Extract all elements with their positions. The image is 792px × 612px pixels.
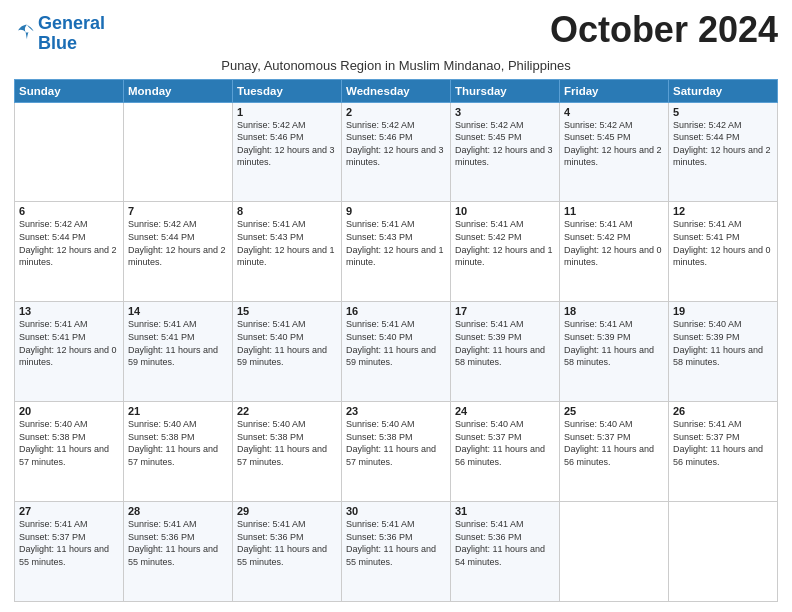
day-info: Sunrise: 5:41 AM Sunset: 5:42 PM Dayligh… [455, 218, 555, 268]
day-cell: 31Sunrise: 5:41 AM Sunset: 5:36 PM Dayli… [451, 502, 560, 602]
day-number: 8 [237, 205, 337, 217]
day-cell [15, 102, 124, 202]
day-info: Sunrise: 5:41 AM Sunset: 5:43 PM Dayligh… [237, 218, 337, 268]
day-info: Sunrise: 5:41 AM Sunset: 5:41 PM Dayligh… [128, 318, 228, 368]
day-number: 9 [346, 205, 446, 217]
day-header: Sunday [15, 79, 124, 102]
day-cell: 17Sunrise: 5:41 AM Sunset: 5:39 PM Dayli… [451, 302, 560, 402]
calendar: SundayMondayTuesdayWednesdayThursdayFrid… [14, 79, 778, 602]
day-cell: 16Sunrise: 5:41 AM Sunset: 5:40 PM Dayli… [342, 302, 451, 402]
header: General Blue October 2024 [14, 10, 778, 54]
day-number: 12 [673, 205, 773, 217]
day-info: Sunrise: 5:42 AM Sunset: 5:46 PM Dayligh… [346, 119, 446, 169]
day-info: Sunrise: 5:41 AM Sunset: 5:37 PM Dayligh… [19, 518, 119, 568]
day-number: 16 [346, 305, 446, 317]
day-number: 26 [673, 405, 773, 417]
title-section: October 2024 [550, 10, 778, 50]
day-info: Sunrise: 5:41 AM Sunset: 5:36 PM Dayligh… [455, 518, 555, 568]
day-header: Tuesday [233, 79, 342, 102]
day-number: 30 [346, 505, 446, 517]
day-cell: 11Sunrise: 5:41 AM Sunset: 5:42 PM Dayli… [560, 202, 669, 302]
day-info: Sunrise: 5:41 AM Sunset: 5:40 PM Dayligh… [237, 318, 337, 368]
day-info: Sunrise: 5:40 AM Sunset: 5:38 PM Dayligh… [346, 418, 446, 468]
day-info: Sunrise: 5:42 AM Sunset: 5:46 PM Dayligh… [237, 119, 337, 169]
day-header: Wednesday [342, 79, 451, 102]
day-cell: 14Sunrise: 5:41 AM Sunset: 5:41 PM Dayli… [124, 302, 233, 402]
day-number: 13 [19, 305, 119, 317]
day-cell [124, 102, 233, 202]
day-info: Sunrise: 5:40 AM Sunset: 5:38 PM Dayligh… [19, 418, 119, 468]
day-number: 18 [564, 305, 664, 317]
day-info: Sunrise: 5:40 AM Sunset: 5:39 PM Dayligh… [673, 318, 773, 368]
day-cell: 20Sunrise: 5:40 AM Sunset: 5:38 PM Dayli… [15, 402, 124, 502]
day-info: Sunrise: 5:40 AM Sunset: 5:38 PM Dayligh… [237, 418, 337, 468]
day-number: 20 [19, 405, 119, 417]
day-cell: 8Sunrise: 5:41 AM Sunset: 5:43 PM Daylig… [233, 202, 342, 302]
day-number: 11 [564, 205, 664, 217]
week-row: 1Sunrise: 5:42 AM Sunset: 5:46 PM Daylig… [15, 102, 778, 202]
day-number: 21 [128, 405, 228, 417]
day-header: Monday [124, 79, 233, 102]
day-cell: 10Sunrise: 5:41 AM Sunset: 5:42 PM Dayli… [451, 202, 560, 302]
day-cell: 22Sunrise: 5:40 AM Sunset: 5:38 PM Dayli… [233, 402, 342, 502]
day-cell: 15Sunrise: 5:41 AM Sunset: 5:40 PM Dayli… [233, 302, 342, 402]
day-cell: 25Sunrise: 5:40 AM Sunset: 5:37 PM Dayli… [560, 402, 669, 502]
logo-general: General [38, 13, 105, 33]
day-info: Sunrise: 5:41 AM Sunset: 5:37 PM Dayligh… [673, 418, 773, 468]
day-number: 24 [455, 405, 555, 417]
logo-blue: Blue [38, 33, 77, 53]
day-number: 19 [673, 305, 773, 317]
header-row: SundayMondayTuesdayWednesdayThursdayFrid… [15, 79, 778, 102]
day-number: 22 [237, 405, 337, 417]
day-number: 14 [128, 305, 228, 317]
day-cell [560, 502, 669, 602]
day-number: 2 [346, 106, 446, 118]
day-cell: 24Sunrise: 5:40 AM Sunset: 5:37 PM Dayli… [451, 402, 560, 502]
week-row: 13Sunrise: 5:41 AM Sunset: 5:41 PM Dayli… [15, 302, 778, 402]
day-cell: 21Sunrise: 5:40 AM Sunset: 5:38 PM Dayli… [124, 402, 233, 502]
day-number: 7 [128, 205, 228, 217]
day-cell: 9Sunrise: 5:41 AM Sunset: 5:43 PM Daylig… [342, 202, 451, 302]
page: General Blue October 2024 Punay, Autonom… [0, 0, 792, 612]
day-info: Sunrise: 5:41 AM Sunset: 5:39 PM Dayligh… [455, 318, 555, 368]
day-header: Friday [560, 79, 669, 102]
day-cell: 28Sunrise: 5:41 AM Sunset: 5:36 PM Dayli… [124, 502, 233, 602]
day-info: Sunrise: 5:41 AM Sunset: 5:43 PM Dayligh… [346, 218, 446, 268]
day-cell: 7Sunrise: 5:42 AM Sunset: 5:44 PM Daylig… [124, 202, 233, 302]
day-info: Sunrise: 5:41 AM Sunset: 5:36 PM Dayligh… [128, 518, 228, 568]
month-title: October 2024 [550, 10, 778, 50]
day-cell: 26Sunrise: 5:41 AM Sunset: 5:37 PM Dayli… [669, 402, 778, 502]
day-cell: 13Sunrise: 5:41 AM Sunset: 5:41 PM Dayli… [15, 302, 124, 402]
day-info: Sunrise: 5:41 AM Sunset: 5:42 PM Dayligh… [564, 218, 664, 268]
logo-text: General Blue [38, 14, 105, 54]
week-row: 6Sunrise: 5:42 AM Sunset: 5:44 PM Daylig… [15, 202, 778, 302]
day-cell: 5Sunrise: 5:42 AM Sunset: 5:44 PM Daylig… [669, 102, 778, 202]
day-info: Sunrise: 5:41 AM Sunset: 5:39 PM Dayligh… [564, 318, 664, 368]
day-info: Sunrise: 5:40 AM Sunset: 5:38 PM Dayligh… [128, 418, 228, 468]
day-number: 1 [237, 106, 337, 118]
day-number: 3 [455, 106, 555, 118]
day-info: Sunrise: 5:41 AM Sunset: 5:36 PM Dayligh… [346, 518, 446, 568]
day-info: Sunrise: 5:40 AM Sunset: 5:37 PM Dayligh… [564, 418, 664, 468]
logo-icon [16, 21, 38, 43]
day-info: Sunrise: 5:41 AM Sunset: 5:41 PM Dayligh… [19, 318, 119, 368]
day-info: Sunrise: 5:42 AM Sunset: 5:44 PM Dayligh… [19, 218, 119, 268]
day-header: Thursday [451, 79, 560, 102]
day-cell: 6Sunrise: 5:42 AM Sunset: 5:44 PM Daylig… [15, 202, 124, 302]
day-header: Saturday [669, 79, 778, 102]
day-number: 15 [237, 305, 337, 317]
day-cell: 23Sunrise: 5:40 AM Sunset: 5:38 PM Dayli… [342, 402, 451, 502]
day-number: 10 [455, 205, 555, 217]
subtitle: Punay, Autonomous Region in Muslim Minda… [14, 58, 778, 73]
day-cell: 18Sunrise: 5:41 AM Sunset: 5:39 PM Dayli… [560, 302, 669, 402]
day-number: 29 [237, 505, 337, 517]
day-number: 6 [19, 205, 119, 217]
day-cell: 12Sunrise: 5:41 AM Sunset: 5:41 PM Dayli… [669, 202, 778, 302]
day-info: Sunrise: 5:42 AM Sunset: 5:45 PM Dayligh… [455, 119, 555, 169]
day-cell: 1Sunrise: 5:42 AM Sunset: 5:46 PM Daylig… [233, 102, 342, 202]
day-number: 5 [673, 106, 773, 118]
day-number: 4 [564, 106, 664, 118]
day-info: Sunrise: 5:42 AM Sunset: 5:45 PM Dayligh… [564, 119, 664, 169]
day-cell: 27Sunrise: 5:41 AM Sunset: 5:37 PM Dayli… [15, 502, 124, 602]
day-info: Sunrise: 5:41 AM Sunset: 5:40 PM Dayligh… [346, 318, 446, 368]
